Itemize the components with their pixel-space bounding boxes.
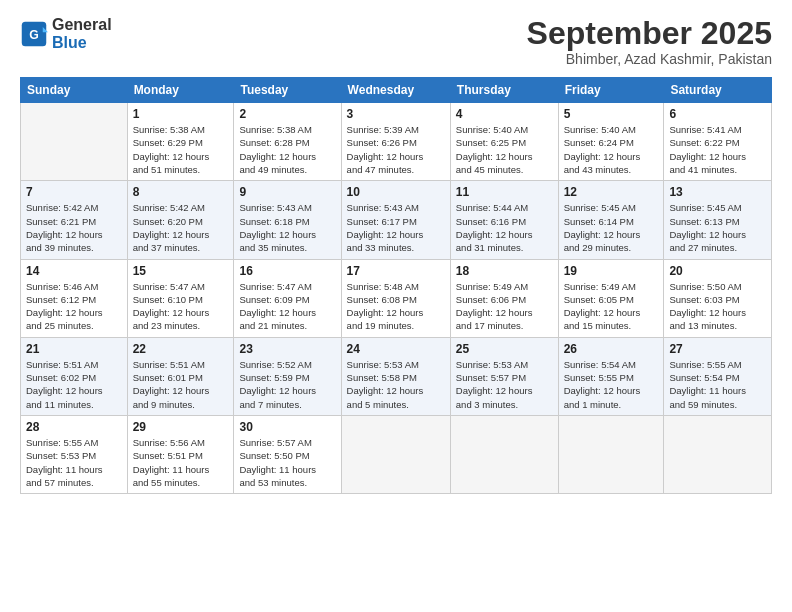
table-row <box>450 415 558 493</box>
day-number: 16 <box>239 264 335 278</box>
day-number: 18 <box>456 264 553 278</box>
day-number: 29 <box>133 420 229 434</box>
table-row: 3Sunrise: 5:39 AM Sunset: 6:26 PM Daylig… <box>341 103 450 181</box>
day-info: Sunrise: 5:47 AM Sunset: 6:09 PM Dayligh… <box>239 280 335 333</box>
day-number: 27 <box>669 342 766 356</box>
day-info: Sunrise: 5:55 AM Sunset: 5:53 PM Dayligh… <box>26 436 122 489</box>
day-number: 11 <box>456 185 553 199</box>
day-info: Sunrise: 5:45 AM Sunset: 6:13 PM Dayligh… <box>669 201 766 254</box>
calendar-table: Sunday Monday Tuesday Wednesday Thursday… <box>20 77 772 494</box>
svg-text:G: G <box>29 28 39 42</box>
day-info: Sunrise: 5:46 AM Sunset: 6:12 PM Dayligh… <box>26 280 122 333</box>
day-info: Sunrise: 5:43 AM Sunset: 6:18 PM Dayligh… <box>239 201 335 254</box>
day-number: 13 <box>669 185 766 199</box>
day-number: 17 <box>347 264 445 278</box>
col-monday: Monday <box>127 78 234 103</box>
table-row: 21Sunrise: 5:51 AM Sunset: 6:02 PM Dayli… <box>21 337 128 415</box>
day-number: 12 <box>564 185 659 199</box>
table-row: 17Sunrise: 5:48 AM Sunset: 6:08 PM Dayli… <box>341 259 450 337</box>
calendar-header-row: Sunday Monday Tuesday Wednesday Thursday… <box>21 78 772 103</box>
day-number: 23 <box>239 342 335 356</box>
col-thursday: Thursday <box>450 78 558 103</box>
day-number: 10 <box>347 185 445 199</box>
table-row: 22Sunrise: 5:51 AM Sunset: 6:01 PM Dayli… <box>127 337 234 415</box>
table-row: 10Sunrise: 5:43 AM Sunset: 6:17 PM Dayli… <box>341 181 450 259</box>
day-number: 5 <box>564 107 659 121</box>
day-number: 24 <box>347 342 445 356</box>
day-info: Sunrise: 5:45 AM Sunset: 6:14 PM Dayligh… <box>564 201 659 254</box>
day-info: Sunrise: 5:40 AM Sunset: 6:25 PM Dayligh… <box>456 123 553 176</box>
table-row: 18Sunrise: 5:49 AM Sunset: 6:06 PM Dayli… <box>450 259 558 337</box>
day-info: Sunrise: 5:51 AM Sunset: 6:01 PM Dayligh… <box>133 358 229 411</box>
col-sunday: Sunday <box>21 78 128 103</box>
day-info: Sunrise: 5:49 AM Sunset: 6:06 PM Dayligh… <box>456 280 553 333</box>
day-number: 19 <box>564 264 659 278</box>
day-info: Sunrise: 5:43 AM Sunset: 6:17 PM Dayligh… <box>347 201 445 254</box>
day-number: 3 <box>347 107 445 121</box>
day-number: 20 <box>669 264 766 278</box>
logo-text: General Blue <box>52 16 112 51</box>
col-saturday: Saturday <box>664 78 772 103</box>
table-row: 11Sunrise: 5:44 AM Sunset: 6:16 PM Dayli… <box>450 181 558 259</box>
day-info: Sunrise: 5:47 AM Sunset: 6:10 PM Dayligh… <box>133 280 229 333</box>
col-tuesday: Tuesday <box>234 78 341 103</box>
day-number: 25 <box>456 342 553 356</box>
day-info: Sunrise: 5:38 AM Sunset: 6:28 PM Dayligh… <box>239 123 335 176</box>
table-row <box>664 415 772 493</box>
page: G General Blue September 2025 Bhimber, A… <box>0 0 792 612</box>
location: Bhimber, Azad Kashmir, Pakistan <box>527 51 772 67</box>
table-row: 14Sunrise: 5:46 AM Sunset: 6:12 PM Dayli… <box>21 259 128 337</box>
logo: G General Blue <box>20 16 112 51</box>
calendar-week-row: 28Sunrise: 5:55 AM Sunset: 5:53 PM Dayli… <box>21 415 772 493</box>
day-info: Sunrise: 5:41 AM Sunset: 6:22 PM Dayligh… <box>669 123 766 176</box>
day-number: 1 <box>133 107 229 121</box>
logo-line2: Blue <box>52 34 112 52</box>
table-row: 5Sunrise: 5:40 AM Sunset: 6:24 PM Daylig… <box>558 103 664 181</box>
day-info: Sunrise: 5:49 AM Sunset: 6:05 PM Dayligh… <box>564 280 659 333</box>
day-info: Sunrise: 5:53 AM Sunset: 5:57 PM Dayligh… <box>456 358 553 411</box>
calendar-week-row: 1Sunrise: 5:38 AM Sunset: 6:29 PM Daylig… <box>21 103 772 181</box>
col-wednesday: Wednesday <box>341 78 450 103</box>
table-row: 24Sunrise: 5:53 AM Sunset: 5:58 PM Dayli… <box>341 337 450 415</box>
day-info: Sunrise: 5:48 AM Sunset: 6:08 PM Dayligh… <box>347 280 445 333</box>
day-info: Sunrise: 5:50 AM Sunset: 6:03 PM Dayligh… <box>669 280 766 333</box>
calendar-week-row: 7Sunrise: 5:42 AM Sunset: 6:21 PM Daylig… <box>21 181 772 259</box>
day-info: Sunrise: 5:38 AM Sunset: 6:29 PM Dayligh… <box>133 123 229 176</box>
col-friday: Friday <box>558 78 664 103</box>
table-row: 2Sunrise: 5:38 AM Sunset: 6:28 PM Daylig… <box>234 103 341 181</box>
day-number: 28 <box>26 420 122 434</box>
day-info: Sunrise: 5:51 AM Sunset: 6:02 PM Dayligh… <box>26 358 122 411</box>
day-number: 7 <box>26 185 122 199</box>
day-number: 2 <box>239 107 335 121</box>
calendar-week-row: 21Sunrise: 5:51 AM Sunset: 6:02 PM Dayli… <box>21 337 772 415</box>
table-row <box>21 103 128 181</box>
day-number: 15 <box>133 264 229 278</box>
day-info: Sunrise: 5:55 AM Sunset: 5:54 PM Dayligh… <box>669 358 766 411</box>
table-row: 7Sunrise: 5:42 AM Sunset: 6:21 PM Daylig… <box>21 181 128 259</box>
day-info: Sunrise: 5:40 AM Sunset: 6:24 PM Dayligh… <box>564 123 659 176</box>
day-info: Sunrise: 5:52 AM Sunset: 5:59 PM Dayligh… <box>239 358 335 411</box>
table-row: 13Sunrise: 5:45 AM Sunset: 6:13 PM Dayli… <box>664 181 772 259</box>
table-row: 9Sunrise: 5:43 AM Sunset: 6:18 PM Daylig… <box>234 181 341 259</box>
table-row: 16Sunrise: 5:47 AM Sunset: 6:09 PM Dayli… <box>234 259 341 337</box>
day-number: 14 <box>26 264 122 278</box>
table-row: 19Sunrise: 5:49 AM Sunset: 6:05 PM Dayli… <box>558 259 664 337</box>
table-row: 27Sunrise: 5:55 AM Sunset: 5:54 PM Dayli… <box>664 337 772 415</box>
day-info: Sunrise: 5:54 AM Sunset: 5:55 PM Dayligh… <box>564 358 659 411</box>
day-number: 9 <box>239 185 335 199</box>
header: G General Blue September 2025 Bhimber, A… <box>20 16 772 67</box>
day-info: Sunrise: 5:39 AM Sunset: 6:26 PM Dayligh… <box>347 123 445 176</box>
table-row: 6Sunrise: 5:41 AM Sunset: 6:22 PM Daylig… <box>664 103 772 181</box>
day-info: Sunrise: 5:42 AM Sunset: 6:21 PM Dayligh… <box>26 201 122 254</box>
day-info: Sunrise: 5:44 AM Sunset: 6:16 PM Dayligh… <box>456 201 553 254</box>
table-row: 29Sunrise: 5:56 AM Sunset: 5:51 PM Dayli… <box>127 415 234 493</box>
day-number: 30 <box>239 420 335 434</box>
day-info: Sunrise: 5:57 AM Sunset: 5:50 PM Dayligh… <box>239 436 335 489</box>
day-info: Sunrise: 5:42 AM Sunset: 6:20 PM Dayligh… <box>133 201 229 254</box>
table-row: 15Sunrise: 5:47 AM Sunset: 6:10 PM Dayli… <box>127 259 234 337</box>
day-number: 21 <box>26 342 122 356</box>
logo-icon: G <box>20 20 48 48</box>
day-number: 4 <box>456 107 553 121</box>
table-row: 20Sunrise: 5:50 AM Sunset: 6:03 PM Dayli… <box>664 259 772 337</box>
table-row: 25Sunrise: 5:53 AM Sunset: 5:57 PM Dayli… <box>450 337 558 415</box>
